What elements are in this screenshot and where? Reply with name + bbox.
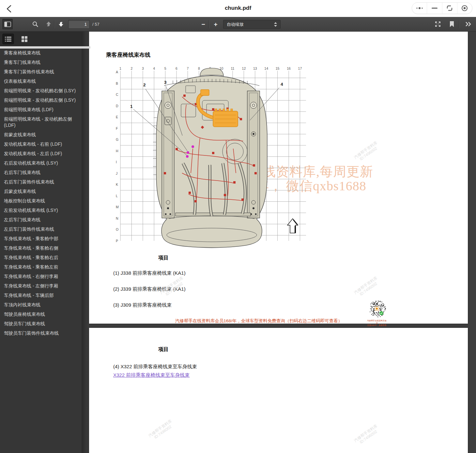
doc-item: (4) X322 前排乘客座椅线束至车身线束	[113, 364, 197, 370]
sidebar-toggle-icon	[4, 22, 11, 27]
minimize-button[interactable]	[427, 3, 442, 14]
restore-icon	[446, 5, 453, 11]
record-button[interactable]	[457, 3, 472, 14]
outline-item[interactable]: 左前发动机线束布线 (LSY)	[4, 206, 78, 215]
doc-item: (3) J309 前排乘客座椅线束	[113, 302, 172, 308]
outline-item[interactable]: 乘客车门线束布线	[4, 58, 78, 67]
grid-column-label: 8	[198, 66, 200, 70]
grid-row-label: C	[116, 93, 118, 96]
grid-column-label: 1	[119, 66, 121, 70]
outline-item[interactable]: 右后发动机线束布线 (LSY)	[4, 158, 78, 168]
toolbar-separator	[459, 20, 460, 28]
search-icon	[32, 21, 38, 27]
qr-code-icon	[368, 300, 386, 318]
sidebar-toggle-button[interactable]	[2, 19, 13, 29]
zoom-out-icon: −	[201, 21, 205, 27]
outline-item[interactable]: 左后车门线束布线	[4, 215, 78, 225]
page-count-label: / 57	[92, 22, 100, 27]
previous-page-button[interactable]	[43, 19, 54, 29]
search-button[interactable]	[30, 19, 40, 29]
loading-progress-bar	[0, 46, 90, 49]
grid-row-label: G	[116, 138, 118, 141]
grid-row-label: H	[116, 149, 118, 153]
page-title: 乘客座椅线束布线	[106, 51, 150, 59]
grid-row-label: B	[116, 81, 118, 85]
outline-item[interactable]: 驾驶员车门装饰件线束布线	[4, 329, 78, 338]
more-button[interactable]	[412, 3, 427, 14]
grid-column-label: 15	[276, 66, 280, 70]
outline-item[interactable]: 车身线束布线 - 乘客舱左前	[4, 262, 78, 272]
window-capsule	[412, 2, 472, 14]
outline-item[interactable]: 乘客车门装饰件线束布线	[4, 67, 78, 77]
diagonal-watermark: 汽修帮手资料库ID:7496002	[148, 418, 176, 442]
grid-column-label: 4	[153, 66, 155, 70]
outline-item[interactable]: 车身线束布线 - 乘客舱右后	[4, 253, 78, 262]
x322-link[interactable]: X322 前排乘客座椅线束至车身线束	[113, 372, 190, 378]
zoom-out-button[interactable]: −	[198, 19, 208, 29]
outline-item[interactable]: 前端照明线束 - 发动机舱右侧 (LSY)	[4, 86, 78, 95]
grid-column-label: 14	[264, 66, 268, 70]
qr-block: 汽修帮手在线资料库会员 仅需168/年，免费查看	[366, 300, 387, 327]
outline-item[interactable]: 驾驶员座椅线束布线	[4, 310, 78, 319]
double-chevron-right-icon	[465, 22, 471, 27]
outline-item[interactable]: 前端照明线束布线 - 发动机舱左侧 (LDF)	[4, 114, 78, 130]
outline-item[interactable]: 车身线束布线 - 乘客舱中部	[4, 234, 78, 243]
document-title: chunk.pdf	[0, 5, 476, 11]
qr-caption-line2: 仅需168/年，免费查看	[366, 324, 387, 327]
minimize-icon	[431, 7, 438, 9]
outline-item[interactable]: 前端照明线束 - 发动机舱左侧 (LSY)	[4, 95, 78, 105]
thumbnails-view-button[interactable]	[19, 34, 30, 44]
right-rail	[247, 91, 260, 218]
bookmark-button[interactable]	[447, 19, 457, 29]
app-header: chunk.pdf	[0, 0, 476, 17]
outline-item[interactable]: 车身线束布线 - 右侧行李厢	[4, 272, 78, 281]
qr-caption-line1: 汽修帮手在线资料库会员	[366, 320, 387, 324]
grid-column-label: 2	[131, 66, 132, 70]
next-page-button[interactable]	[56, 19, 66, 29]
outline-item[interactable]: 车身线束布线 - 左侧行李厢	[4, 281, 78, 291]
grid-row-label: D	[116, 104, 118, 108]
pdf-toolbar: / 57 − + 自动缩放	[0, 17, 476, 32]
grid-row-label: A	[116, 70, 118, 74]
outline-item[interactable]: 后蒙皮线束布线	[4, 187, 78, 196]
outline-item[interactable]: 乘客座椅线束布线	[4, 48, 78, 58]
more-tools-button[interactable]	[463, 19, 473, 29]
outline-item[interactable]: 发动机线束布线 - 右前 (LDF)	[4, 139, 78, 149]
grid-row-label: N	[116, 216, 118, 220]
outline-item[interactable]: 右后车门线束布线	[4, 168, 78, 177]
outline-list: 乘客座椅线束布线乘客车门线束布线乘客车门装饰件线束布线仪表板线束布线前端照明线束…	[0, 46, 82, 453]
grid-column-label: 6	[176, 66, 177, 70]
north-arrow	[287, 219, 298, 233]
outline-item[interactable]: 地板控制台线束布线	[4, 196, 78, 206]
pdf-viewer[interactable]: 乘客座椅线束布线 汽修帮手在线资料库,每周更新 会员仅需168/年， 微信qxb…	[82, 32, 476, 453]
grid-row-label: I	[116, 160, 117, 164]
outline-item[interactable]: 发动机线束布线 - 左后 (LDF)	[4, 149, 78, 158]
outline-item[interactable]: 右后车门装饰件线束布线	[4, 177, 78, 187]
restore-button[interactable]	[442, 3, 457, 14]
toolbar-separator	[209, 20, 209, 28]
outline-item[interactable]: 前蒙皮线束布线	[4, 130, 78, 139]
zoom-in-icon: +	[214, 21, 217, 27]
outline-item[interactable]: 左后车门装饰件线束布线	[4, 225, 78, 234]
grid-row-label: E	[116, 115, 118, 119]
grid-row-label: P	[116, 239, 118, 243]
left-rail	[162, 91, 174, 218]
outline-item[interactable]: 前端照明线束布线 (LDF)	[4, 105, 78, 114]
grid-column-label: 7	[187, 66, 189, 70]
outline-item[interactable]: 车身线束布线 - 车辆后部	[4, 291, 78, 300]
grid-row-label: F	[116, 126, 118, 130]
zoom-select[interactable]: 自动缩放	[223, 20, 281, 29]
grid-row-label: L	[116, 194, 118, 198]
seat-harness-diagram: 1234567891011121314151617ABCDEFGHIJKLMNO…	[115, 66, 311, 248]
page-number-input[interactable]	[68, 20, 90, 29]
outline-item[interactable]: 驾驶员车门线束布线	[4, 319, 78, 329]
outline-item[interactable]: 车身线束布线 - 乘客舱右侧	[4, 243, 78, 253]
page-up-icon	[46, 21, 52, 27]
presentation-mode-button[interactable]	[433, 19, 443, 29]
zoom-in-button[interactable]: +	[210, 19, 221, 29]
outline-item[interactable]: 仪表板线束布线	[4, 77, 78, 86]
diagonal-watermark: 汽修帮手资料库ID:7496002	[353, 140, 381, 163]
pdf-page-1: 乘客座椅线束布线 汽修帮手在线资料库,每周更新 会员仅需168/年， 微信qxb…	[89, 32, 468, 324]
outline-item[interactable]: 车顶内衬线束布线	[4, 300, 78, 310]
outline-view-button[interactable]	[2, 34, 14, 44]
